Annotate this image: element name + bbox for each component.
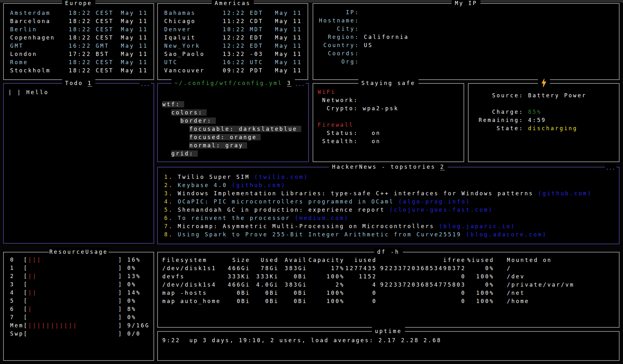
battery-label: Remaining: xyxy=(473,116,524,124)
clock-list-americas: Bahamas12:22 EDTMay 11Chicago11:22 CDTMa… xyxy=(158,4,308,75)
gauge-open-bracket: [ xyxy=(24,331,28,337)
clock-row: Stockholm18:22 CESTMay 11 xyxy=(4,66,153,75)
clock-row: Rome18:22 CESTMay 11 xyxy=(4,58,153,66)
resource-gauge-row: 0 [||| ] 16% xyxy=(4,256,153,264)
panel-menu-dots-icon[interactable]: ... xyxy=(140,80,151,88)
date-value: May 11 xyxy=(275,50,304,58)
df-data-row: /dev/disk1s1466Gi78Gi383Gi17%12774359223… xyxy=(158,264,619,272)
story-rank: 3. xyxy=(164,190,178,197)
config-line-text: wtf: xyxy=(162,101,184,107)
hackernews-story: 4. OCaPIC: PIC microcontrollers programm… xyxy=(158,197,619,206)
clock-row: Sao_Paolo13:22 -03May 11 xyxy=(158,50,308,58)
staying-safe-line: Crypto: wpa2-psk xyxy=(318,104,464,112)
panel-title: Americas xyxy=(212,0,254,7)
story-domain-link: (blog.japaric.io) xyxy=(439,223,515,229)
resource-gauge-row: 5 [ ] 0% xyxy=(4,297,153,305)
ip-field-row: Region:California xyxy=(313,33,619,41)
panel-hackernews[interactable]: HackerNews - topstories 2 ... 1. Twilio … xyxy=(157,167,620,244)
date-value: May 11 xyxy=(121,9,150,17)
date-value: May 11 xyxy=(121,58,150,66)
story-rank: 5. xyxy=(164,207,178,213)
config-line-text: colors: xyxy=(171,109,207,116)
df-cell: 0Bi xyxy=(279,289,307,297)
config-line: colors: xyxy=(162,108,308,117)
gauge-close-bracket: ] xyxy=(118,273,123,279)
df-cell: devfs xyxy=(162,272,222,281)
todo-shortcut-number: 1 xyxy=(88,80,92,86)
clock-row: Denver10:22 MDTMay 11 xyxy=(158,25,308,33)
city-label: Chicago xyxy=(164,17,223,25)
gauge-open-bracket: [ xyxy=(24,314,28,320)
clock-row: Amsterdam18:22 CESTMay 11 xyxy=(4,9,153,17)
city-label: Iqaluit xyxy=(164,33,223,42)
gauge-value: 9/16G xyxy=(123,322,150,329)
panel-config-yml[interactable]: ~/.config/wtf/config.yml 3 ... wtf: colo… xyxy=(157,83,309,162)
clock-row: Copenhagen18:22 CESTMay 11 xyxy=(4,33,153,42)
clock-row: London17:22 BSTMay 11 xyxy=(4,50,153,58)
hackernews-story: 8. Using Spark to Prove 255-Bit Integer … xyxy=(158,230,619,239)
gauge-value: 13% xyxy=(123,273,141,279)
gauge-close-bracket: ] xyxy=(118,314,123,320)
battery-row: Source:Battery Power xyxy=(469,91,619,100)
time-value: 18:22 CEST xyxy=(69,17,121,25)
panel-title: HackerNews - topstories 2 xyxy=(329,163,448,171)
time-value: 11:22 CDT xyxy=(223,17,275,25)
df-cell: /private/var/vm xyxy=(494,281,575,289)
battery-row xyxy=(469,100,619,108)
time-value: 18:22 CEST xyxy=(69,33,121,42)
panel-title: Europe xyxy=(62,0,95,7)
todo-item: | | Hello xyxy=(8,88,153,96)
df-cell: /dev/disk1s1 xyxy=(162,264,222,272)
clock-row: Vancouver09:22 PDTMay 11 xyxy=(158,66,308,75)
time-value: 13:22 -03 xyxy=(223,50,275,58)
battery-label: Charge: xyxy=(473,108,524,116)
ip-field-row: City: xyxy=(313,25,619,33)
gauge-close-bracket: ] xyxy=(118,298,123,304)
gauge-open-bracket: [ xyxy=(24,289,28,296)
config-line-text: border: xyxy=(180,118,216,124)
gauge-open-bracket: [ xyxy=(24,265,28,271)
city-label: Copenhagen xyxy=(10,33,69,42)
story-title: Keybase 4.0 xyxy=(178,182,232,188)
ip-field-value: US xyxy=(364,41,373,49)
gauge-label: Mem xyxy=(10,322,24,329)
time-value: 09:22 PDT xyxy=(223,66,275,75)
panel-title: ResourceUsage xyxy=(49,248,109,256)
df-cell: map auto_home xyxy=(162,297,222,305)
story-rank: 7. xyxy=(164,223,178,229)
battery-value: 85% xyxy=(528,108,542,116)
city-label: Rome xyxy=(10,58,69,66)
df-cell: 466Gi xyxy=(222,264,250,272)
hackernews-story: 3. Windows Implementation Libraries: typ… xyxy=(158,189,619,197)
story-title: Shenandoah GC in production: experience … xyxy=(178,207,389,213)
df-cell: 0 xyxy=(345,297,377,305)
df-cell: 0 xyxy=(377,272,466,281)
ip-field-label: Country: xyxy=(318,41,359,49)
date-value: May 11 xyxy=(121,66,150,75)
df-cell: 100% xyxy=(307,289,345,297)
panel-menu-dots-icon[interactable]: ... xyxy=(605,164,616,172)
panel-todo[interactable]: Todo 1 ... | | Hello xyxy=(3,83,154,244)
df-cell: 100% xyxy=(307,297,345,305)
panel-my-ip: My IP IP:Hostname:City:Region:California… xyxy=(313,3,620,80)
df-cell: 0Bi xyxy=(222,297,250,305)
clock-row: UTC16:22 UTCMay 11 xyxy=(158,58,308,66)
battery-value: Battery Power xyxy=(528,91,587,100)
df-header-cell: Size xyxy=(222,256,250,264)
date-value: May 11 xyxy=(121,17,150,25)
story-rank: 4. xyxy=(164,198,178,205)
story-domain-link: (medium.com) xyxy=(295,215,349,221)
gauge-bars xyxy=(28,331,118,337)
df-cell: map -hosts xyxy=(162,289,222,297)
story-domain-link: (github.com) xyxy=(232,182,286,188)
resource-gauge-row: 7 [ ] 0% xyxy=(4,313,153,321)
df-cell: 383Gi xyxy=(279,264,307,272)
gauge-open-bracket: [ xyxy=(24,273,28,279)
staying-safe-line: Network: xyxy=(318,96,464,104)
gauge-close-bracket: ] xyxy=(118,322,123,329)
df-header-cell: Filesystem xyxy=(162,256,222,264)
config-line-text: normal: gray xyxy=(189,142,247,149)
panel-menu-dots-icon[interactable]: ... xyxy=(294,80,306,88)
clock-row: New_York12:22 EDTMay 11 xyxy=(158,42,308,50)
time-value: 12:22 EDT xyxy=(223,33,275,42)
